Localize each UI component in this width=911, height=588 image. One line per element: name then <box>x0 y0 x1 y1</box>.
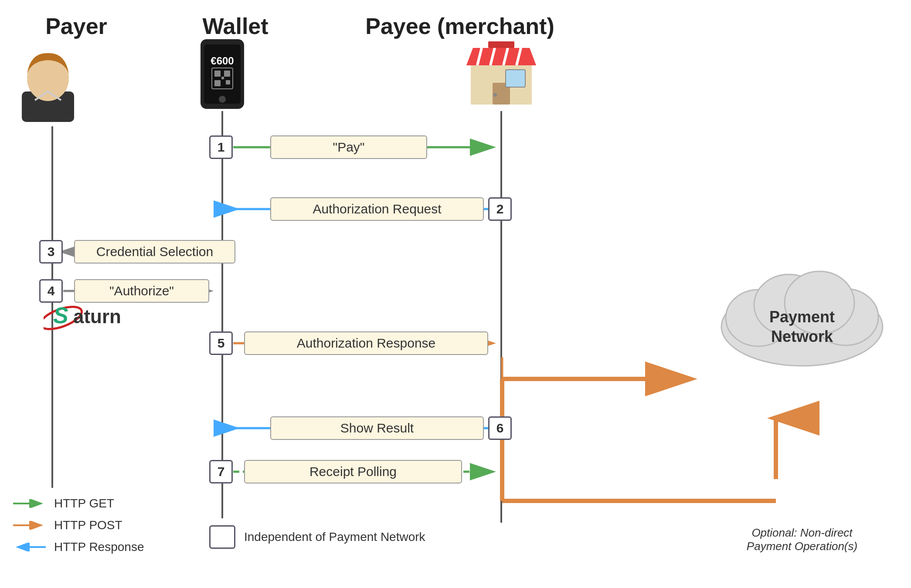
step-7-box: 7 <box>209 460 233 483</box>
step-3-box: 3 <box>39 240 63 264</box>
http-post-icon <box>13 521 48 530</box>
step-1-box: 1 <box>209 135 233 159</box>
svg-text:€600: €600 <box>211 55 234 67</box>
svg-rect-9 <box>221 77 224 79</box>
saturn-logo-svg: S aturn <box>44 301 166 335</box>
payment-network-cloud: Payment Network <box>710 253 894 376</box>
step-2-label: Authorization Request <box>270 197 484 221</box>
svg-rect-20 <box>506 70 525 87</box>
step-1-label: "Pay" <box>270 135 427 159</box>
svg-rect-8 <box>214 80 221 86</box>
svg-point-21 <box>493 93 497 97</box>
svg-rect-10 <box>226 80 230 84</box>
svg-text:Network: Network <box>771 328 833 345</box>
step-5-box: 5 <box>209 331 233 355</box>
svg-rect-6 <box>214 71 221 77</box>
step-5-label: Authorization Response <box>244 331 488 355</box>
http-response-label: HTTP Response <box>54 540 144 554</box>
optional-text: Optional: Non-direct Payment Operation(s… <box>737 526 867 553</box>
svg-text:aturn: aturn <box>73 306 121 327</box>
http-get-label: HTTP GET <box>54 497 114 510</box>
svg-rect-22 <box>488 41 514 48</box>
independent-label: Independent of Payment Network <box>244 530 425 544</box>
http-response-icon <box>13 543 48 551</box>
payer-icon <box>13 44 83 122</box>
step-3-label: Credential Selection <box>74 240 235 264</box>
cloud-svg: Payment Network <box>710 253 894 375</box>
step-6-label: Show Result <box>270 416 484 440</box>
step-7-label: Receipt Polling <box>244 460 462 483</box>
payer-header: Payer <box>0 13 153 39</box>
payee-header: Payee (merchant) <box>340 13 580 39</box>
http-post-label: HTTP POST <box>54 518 122 532</box>
payee-vline <box>500 111 502 523</box>
step-4-box: 4 <box>39 279 63 303</box>
legend-http-response: HTTP Response <box>13 540 144 554</box>
http-get-icon <box>13 499 48 508</box>
diagram-container: Payer Wallet Payee (merchant) €600 <box>0 0 911 588</box>
legend: HTTP GET HTTP POST <box>13 497 144 562</box>
store-icon <box>462 35 540 109</box>
svg-point-11 <box>219 96 226 103</box>
svg-text:Payment: Payment <box>769 308 835 326</box>
independent-box-icon <box>209 525 235 549</box>
wallet-vline <box>221 111 223 518</box>
legend-http-post: HTTP POST <box>13 518 144 532</box>
svg-rect-3 <box>204 44 241 104</box>
step-2-box: 2 <box>488 197 512 221</box>
svg-text:S: S <box>53 303 68 328</box>
legend-http-get: HTTP GET <box>13 497 144 510</box>
wallet-icon: €600 <box>192 35 253 109</box>
saturn-logo: S aturn <box>44 301 166 337</box>
step-6-box: 6 <box>488 416 512 440</box>
svg-rect-7 <box>224 71 230 77</box>
step-4-label: "Authorize" <box>74 279 209 303</box>
independent-legend: Independent of Payment Network <box>209 525 425 549</box>
